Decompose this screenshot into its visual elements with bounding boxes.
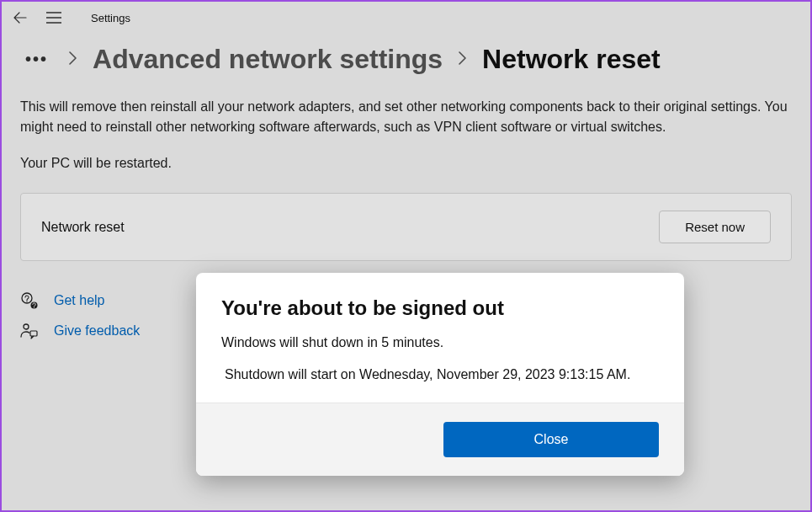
dialog-footer: Close <box>196 403 684 476</box>
close-button[interactable]: Close <box>443 422 659 457</box>
dialog-title: You're about to be signed out <box>221 296 659 320</box>
dialog-message-time: Shutdown will start on Wednesday, Novemb… <box>221 367 659 382</box>
signout-dialog: You're about to be signed out Windows wi… <box>196 273 684 476</box>
dialog-message-countdown: Windows will shut down in 5 minutes. <box>221 335 659 350</box>
dialog-body: You're about to be signed out Windows wi… <box>196 273 684 403</box>
